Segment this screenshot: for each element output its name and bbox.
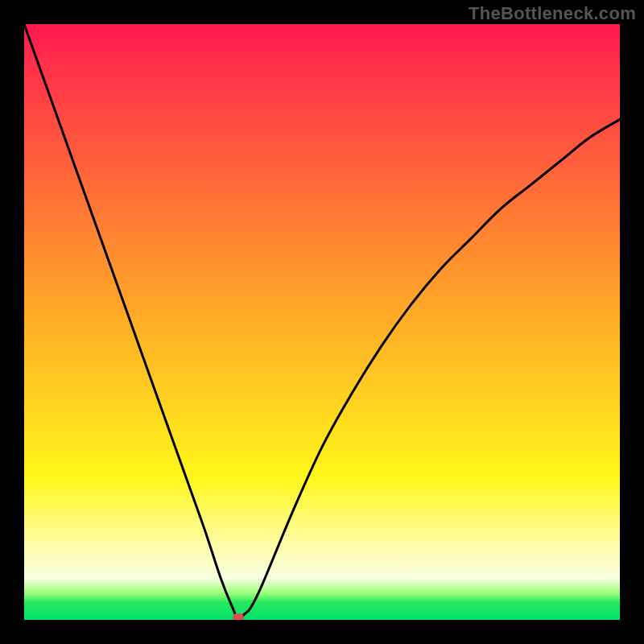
min-marker-icon — [233, 613, 244, 620]
watermark-text: TheBottleneck.com — [469, 3, 636, 24]
bottleneck-curve — [24, 24, 620, 620]
plot-area — [24, 24, 620, 620]
curve-layer — [24, 24, 620, 620]
